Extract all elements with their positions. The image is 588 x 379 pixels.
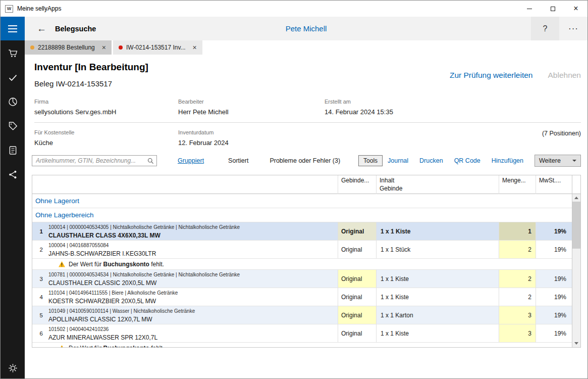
inhalt-gebinde-cell[interactable]: 1 x 1 Stück <box>376 241 499 258</box>
more-options-button[interactable]: ··· <box>559 17 587 40</box>
header-inhalt-line1: Inhalt <box>380 177 496 185</box>
checkmark-icon[interactable] <box>8 72 18 83</box>
maximize-icon <box>551 7 555 11</box>
menge-cell[interactable]: 2 <box>499 241 536 258</box>
grouped-toggle[interactable]: Gruppiert <box>178 157 204 164</box>
table-row[interactable]: 1100014 | 00000040534305 | Nichtalkoholi… <box>32 222 572 241</box>
tab-inventur[interactable]: IW-0214-153517 Inv... × <box>113 40 202 55</box>
user-name[interactable]: Pete Michell <box>25 24 587 33</box>
tab-bestellung[interactable]: 22188898 Bestellung × <box>25 40 112 55</box>
mwst-cell: 19% <box>536 306 572 324</box>
group-row-lagerort[interactable]: Ohne Lagerort <box>32 194 572 208</box>
row-description: 100004 | 04016887055084JAHNS-B.SCHWARZBI… <box>46 241 338 258</box>
inhalt-gebinde-cell[interactable]: 1 x 1 Kiste <box>376 324 499 342</box>
gebinde-cell[interactable]: Original <box>338 288 376 306</box>
scrollbar-track[interactable] <box>572 194 580 347</box>
journal-link[interactable]: Journal <box>388 157 408 164</box>
search-input[interactable] <box>36 157 147 164</box>
field-value: Herr Pete Michell <box>178 108 325 116</box>
journal-icon[interactable] <box>8 145 18 156</box>
table-row[interactable]: 3100781 | 00000040534534 | Nichtalkoholi… <box>32 270 572 288</box>
help-button[interactable]: ? <box>531 17 559 40</box>
table-row[interactable]: 2100004 | 04016887055084JAHNS-B.SCHWARZB… <box>32 241 572 259</box>
group-row-lagerbereich[interactable]: Ohne Lagerbereich <box>32 208 572 222</box>
positions-table: Gebinde... Inhalt Gebinde Menge... MwSt.… <box>32 175 581 348</box>
inhalt-gebinde-cell[interactable]: 1 x 1 Kiste <box>376 288 499 306</box>
header-menge[interactable]: Menge... <box>499 175 536 194</box>
inhalt-gebinde-cell[interactable]: 1 x 1 Kiste <box>376 270 499 288</box>
menge-cell[interactable]: 2 <box>499 288 536 306</box>
forward-for-review-button[interactable]: Zur Prüfung weiterleiten <box>450 71 533 80</box>
cart-icon[interactable] <box>8 48 18 59</box>
tab-label: 22188898 Bestellung <box>38 44 95 51</box>
sorted-toggle[interactable]: Sortiert <box>228 157 248 164</box>
row-number: 6 <box>32 324 46 342</box>
article-name: APOLLINARIS CLASSIC 12X0,7L MW <box>48 316 338 323</box>
field-bearbeiter: Bearbeiter Herr Pete Michell <box>178 99 325 116</box>
document-title: Inventur [In Bearbeitung] <box>34 62 148 73</box>
hamburger-menu-button[interactable] <box>1 17 25 40</box>
gebinde-cell[interactable]: Original <box>338 241 376 258</box>
inhalt-gebinde-cell[interactable]: 1 x 1 Kiste <box>376 222 499 240</box>
menge-cell[interactable]: 1 <box>499 222 536 240</box>
field-value: Küche <box>34 139 178 147</box>
field-label: Bearbeiter <box>178 99 325 105</box>
gebinde-cell[interactable]: Original <box>338 306 376 324</box>
scrollbar-down-button[interactable] <box>572 340 580 347</box>
header-inhalt-gebinde[interactable]: Inhalt Gebinde <box>376 175 499 194</box>
warning-row: Der Wert für Buchungskonto fehlt. <box>32 343 572 347</box>
add-link[interactable]: Hinzufügen <box>492 157 523 164</box>
body: 22188898 Bestellung × IW-0214-153517 Inv… <box>1 40 587 379</box>
tab-close-icon[interactable]: × <box>193 44 197 51</box>
document-number: Beleg IW-0214-153517 <box>34 79 148 88</box>
tab-close-icon[interactable]: × <box>102 44 106 51</box>
article-name: KOESTR SCHWARZBIER 20X0,5L MW <box>48 298 338 305</box>
maximize-button[interactable] <box>541 1 564 17</box>
table-row[interactable]: 6101502 | 04004042410236AZUR MINERALWASS… <box>32 324 572 343</box>
header-mwst[interactable]: MwSt.... <box>536 175 572 194</box>
window-title: Meine sellyApps <box>17 5 61 12</box>
article-meta: 100004 | 04016887055084 <box>48 243 338 248</box>
tools-button[interactable]: Tools <box>358 155 383 166</box>
minimize-button[interactable] <box>518 1 541 17</box>
settings-gear-icon[interactable] <box>8 363 18 373</box>
share-network-icon[interactable] <box>8 169 18 180</box>
menge-cell[interactable]: 3 <box>499 306 536 324</box>
inhalt-gebinde-cell[interactable]: 1 x 1 Karton <box>376 306 499 324</box>
close-button[interactable]: × <box>564 1 587 17</box>
window-controls: × <box>518 1 587 17</box>
row-description: 100781 | 00000040534534 | Nichtalkoholis… <box>46 270 338 288</box>
problems-filter[interactable]: Probleme oder Fehler (3) <box>270 157 340 164</box>
field-label: Erstellt am <box>325 99 581 105</box>
toolbar: Gruppiert Sortiert Probleme oder Fehler … <box>32 155 581 167</box>
scrollbar-thumb[interactable] <box>572 202 580 249</box>
price-tag-icon[interactable] <box>8 121 18 131</box>
qr-code-link[interactable]: QR Code <box>454 157 480 164</box>
article-name: JAHNS-B.SCHWARZBIER I.KEG30LTR <box>48 250 338 257</box>
arrow-down-icon <box>574 342 578 345</box>
tab-label: IW-0214-153517 Inv... <box>126 44 186 51</box>
menge-cell[interactable]: 3 <box>499 324 536 342</box>
app-icon: W <box>5 5 13 13</box>
gebinde-cell[interactable]: Original <box>338 324 376 342</box>
gebinde-cell[interactable]: Original <box>338 270 376 288</box>
positions-count: (7 Positionen) <box>542 130 581 137</box>
table-row[interactable]: 4110104 | 04014964111555 | Biere | Alkoh… <box>32 288 572 306</box>
header-gebinde[interactable]: Gebinde... <box>338 175 376 194</box>
row-number: 3 <box>32 270 46 288</box>
fields-row-2: Für Kostenstelle Küche Inventurdatum 12.… <box>34 123 581 147</box>
back-button[interactable]: ← <box>37 24 46 33</box>
row-number: 1 <box>32 222 46 240</box>
mwst-cell: 19% <box>536 222 572 240</box>
pie-chart-icon[interactable] <box>8 97 18 107</box>
sidebar <box>1 40 25 379</box>
scrollbar-up-button[interactable] <box>572 194 580 202</box>
gebinde-cell[interactable]: Original <box>338 222 376 240</box>
table-row[interactable]: 5101049 | 04100590100114 | Wasser | Nich… <box>32 306 572 324</box>
field-label: Firma <box>34 99 178 105</box>
field-value: sellysolutions Serv.ges.mbH <box>34 108 178 116</box>
search-icon[interactable] <box>147 158 154 164</box>
print-link[interactable]: Drucken <box>419 157 443 164</box>
more-dropdown-button[interactable]: Weitere <box>534 155 581 167</box>
menge-cell[interactable]: 2 <box>499 270 536 288</box>
